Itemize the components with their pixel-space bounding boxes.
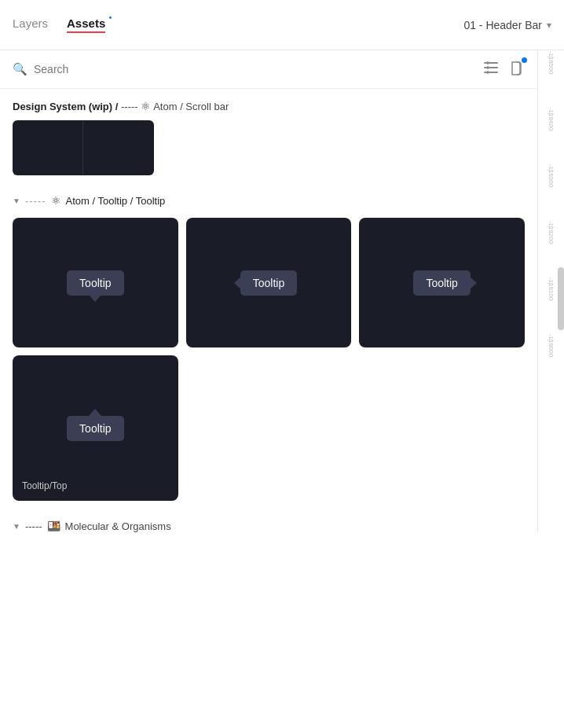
chevron-down-icon: ▾ <box>547 20 551 31</box>
search-bar: 🔍 <box>0 50 537 89</box>
ruler-value-2: -118300 <box>548 164 555 187</box>
svg-rect-4 <box>487 66 489 69</box>
content-area: 🔍 <box>0 50 537 532</box>
ruler-mark-5: -118000 <box>540 340 562 396</box>
svg-rect-3 <box>487 61 489 64</box>
ruler-mark-2: -118300 <box>540 170 562 226</box>
breadcrumb-path: Atom / Scroll bar <box>153 101 229 112</box>
ruler-value-1: -118400 <box>548 108 555 131</box>
breadcrumb-root: Design System (wip) / <box>13 101 118 112</box>
frame-label: 01 - Header Bar <box>463 19 542 31</box>
tooltip-section-title: Atom / Tooltip / Tooltip <box>66 195 166 207</box>
tooltip-bubble-right: Tooltip <box>413 270 470 296</box>
scrollbar-thumb[interactable] <box>558 267 564 330</box>
tooltip-card-label: Tooltip/Top <box>22 480 67 491</box>
molecular-icon: 🍱 <box>47 520 60 532</box>
search-icon: 🔍 <box>13 62 27 76</box>
search-actions <box>484 60 525 79</box>
tooltip-grid: Tooltip Tooltip Tooltip <box>13 218 525 347</box>
tooltip-card-right: Tooltip <box>359 218 525 347</box>
molecular-dashes: ----- <box>25 520 42 532</box>
breadcrumb: Design System (wip) / ----- ⚛ Atom / Scr… <box>0 89 537 120</box>
tooltip-card-left: Tooltip <box>186 218 352 347</box>
frame-selector[interactable]: 01 - Header Bar ▾ <box>463 19 551 31</box>
tooltip-single-row: Tooltip Tooltip/Top <box>13 355 525 501</box>
book-notification-dot <box>522 57 527 63</box>
right-ruler: -118500 -118400 -118300 -118200 -118100 … <box>537 50 564 532</box>
molecular-section-title: Molecular & Organisms <box>65 520 171 532</box>
tooltip-bubble-bottom: Tooltip <box>67 270 123 296</box>
tooltip-card-bottom: Tooltip <box>13 218 178 347</box>
section-dashes: ----- <box>25 195 46 207</box>
ruler-mark-1: -118400 <box>540 113 562 170</box>
caret-icon: ▼ <box>13 197 20 205</box>
list-view-icon[interactable] <box>484 61 498 77</box>
svg-rect-1 <box>484 67 498 68</box>
ruler-value-5: -118000 <box>548 334 555 357</box>
atom-icon: ⚛ <box>141 100 151 112</box>
tooltip-atom-icon: ⚛ <box>51 194 61 207</box>
tab-bar: Layers Assets 01 - Header Bar ▾ <box>0 0 564 50</box>
tab-assets[interactable]: Assets <box>67 17 105 33</box>
ruler-value-0: -118500 <box>548 51 555 74</box>
svg-rect-2 <box>484 72 498 73</box>
scrollbar-preview <box>13 120 154 175</box>
tooltip-card-top: Tooltip Tooltip/Top <box>13 355 178 501</box>
tab-group: Layers Assets <box>13 17 105 33</box>
ruler-mark-0: -118500 <box>540 57 562 113</box>
svg-rect-0 <box>484 62 498 64</box>
svg-rect-5 <box>487 71 489 74</box>
ruler-value-4: -118100 <box>548 278 555 300</box>
search-input[interactable] <box>34 63 478 75</box>
molecular-section-header[interactable]: ▼ ----- 🍱 Molecular & Organisms <box>0 520 537 532</box>
main-layout: 🔍 <box>0 50 564 532</box>
tooltip-bubble-left: Tooltip <box>240 270 297 296</box>
breadcrumb-dashes: ----- <box>121 101 141 112</box>
molecular-caret-icon: ▼ <box>13 522 20 531</box>
scrollbar-section: ▼ ----- ⚛ Atom / Tooltip / Tooltip Toolt… <box>0 120 537 501</box>
ruler-value-3: -118200 <box>548 221 555 244</box>
tooltip-section-header[interactable]: ▼ ----- ⚛ Atom / Tooltip / Tooltip <box>13 194 525 207</box>
tooltip-bubble-top: Tooltip <box>67 416 123 441</box>
tab-layers[interactable]: Layers <box>13 17 48 33</box>
book-icon[interactable] <box>509 60 525 79</box>
